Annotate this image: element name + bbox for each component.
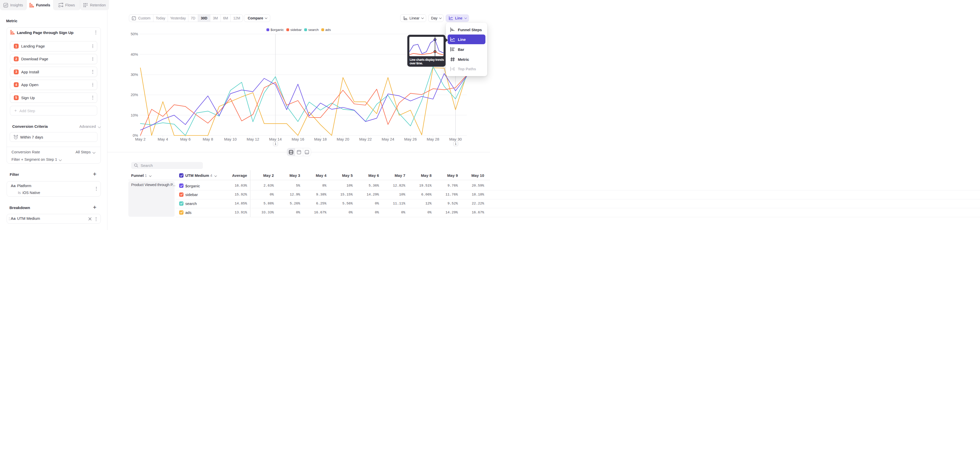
svg-text:May 10: May 10 (224, 137, 237, 141)
svg-text:10%: 10% (130, 113, 138, 117)
svg-text:20%: 20% (130, 93, 138, 97)
svg-text:40%: 40% (130, 53, 138, 56)
svg-text:May 24: May 24 (382, 137, 394, 141)
svg-text:May 6: May 6 (180, 137, 191, 141)
svg-text:May 18: May 18 (314, 137, 327, 141)
svg-text:May 14: May 14 (269, 137, 282, 141)
svg-text:May 8: May 8 (203, 137, 213, 141)
svg-text:May 30: May 30 (449, 137, 462, 141)
svg-text:50%: 50% (130, 32, 138, 36)
svg-text:May 12: May 12 (247, 137, 259, 141)
svg-text:May 28: May 28 (427, 137, 439, 141)
svg-text:May 20: May 20 (337, 137, 349, 141)
svg-text:May 26: May 26 (404, 137, 417, 141)
svg-text:30%: 30% (130, 73, 138, 77)
svg-text:May 22: May 22 (359, 137, 372, 141)
svg-text:May 16: May 16 (292, 137, 304, 141)
svg-text:May 4: May 4 (158, 137, 168, 141)
svg-text:May 2: May 2 (135, 137, 146, 141)
